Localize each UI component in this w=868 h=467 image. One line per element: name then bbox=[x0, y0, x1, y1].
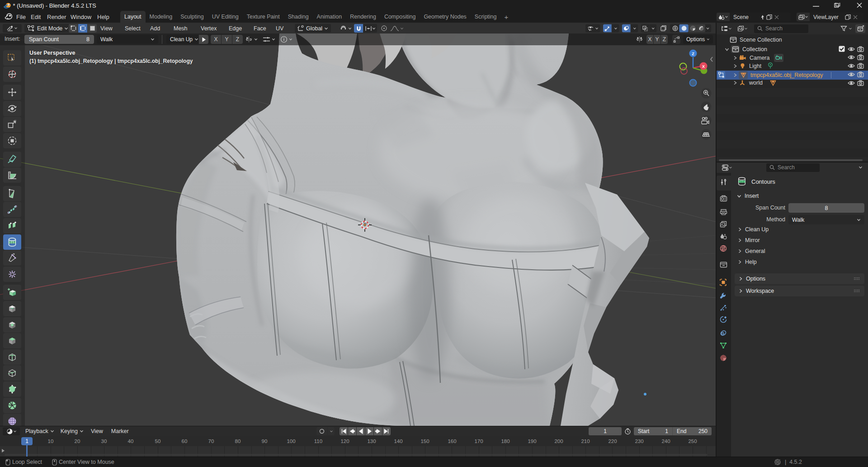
svg-text:Z: Z bbox=[692, 52, 694, 56]
svg-text:X: X bbox=[702, 64, 705, 69]
